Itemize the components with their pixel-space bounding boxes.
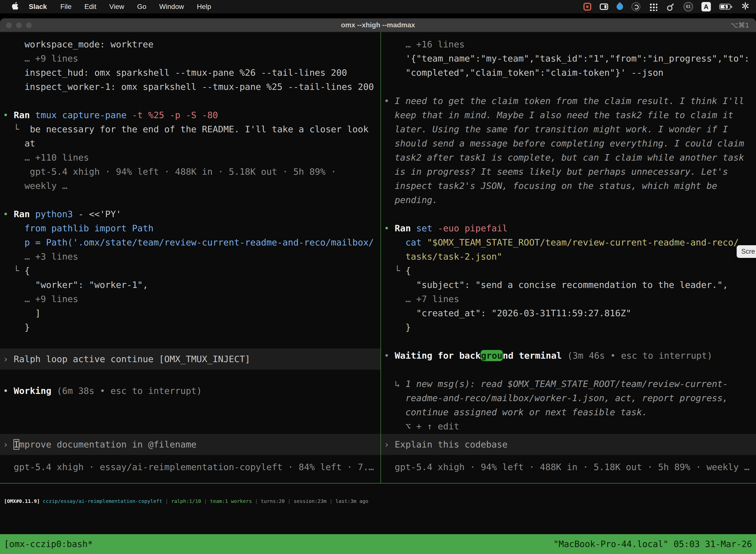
terminal-line: pending.: [381, 193, 756, 207]
raindrop-icon[interactable]: [615, 2, 625, 11]
terminal-line: continue assigned work or next feasible …: [381, 405, 756, 419]
omx-status-line: [OMX#0.11.9] cczip/essay/ai-reimplementa…: [0, 484, 756, 534]
terminal-line: readme-and-reco/mailbox/worker-1.json, a…: [381, 391, 756, 405]
terminal-line: should send a message before completing …: [381, 136, 756, 151]
menu-file[interactable]: File: [54, 3, 78, 11]
terminal-line: • Ran python3 - <<'PY': [0, 207, 380, 221]
window-shortcut-hint: ⌥⌘1: [730, 21, 749, 29]
apple-icon: [12, 2, 18, 12]
pane-bottom-area: › Explain this codebasegpt-5.4 xhigh · 9…: [381, 434, 756, 474]
terminal-line: inspect_worker-1: omx sparkshell --tmux-…: [0, 80, 380, 94]
app-menu-slack[interactable]: Slack: [22, 3, 54, 11]
omx-version: [OMX#0.11.9]: [4, 498, 40, 504]
tmux-session-name[interactable]: [omx-cczip0:bash*: [4, 539, 93, 549]
terminal-line: └ {: [381, 264, 756, 278]
dots-grid-icon[interactable]: [649, 2, 657, 11]
pane-bottom-area: › Improve documentation in @filenamegpt-…: [0, 434, 380, 474]
terminal-line: gpt-5.4 xhigh · essay/ai-reimplementatio…: [0, 460, 380, 474]
terminal-blank-line: [381, 334, 756, 348]
terminal-line: "worker": "worker-1",: [0, 278, 380, 292]
terminal-blank-line: [0, 370, 380, 384]
tmux-status-bar: [omx-cczip0:bash* "MacBook-Pro-44.local"…: [0, 534, 756, 554]
suggestion-bar[interactable]: › Improve documentation in @filename: [0, 434, 380, 455]
menu-bar: Slack File Edit View Go Window Help 61 A: [0, 0, 756, 13]
terminal-line: ⌥ + ↑ edit: [381, 419, 756, 433]
dark-app-icon[interactable]: [631, 2, 640, 11]
terminal-pane-left[interactable]: workspace_mode: worktree… +9 linesinspec…: [0, 32, 381, 483]
terminal-line: └ be necessary for the end of the README…: [0, 122, 380, 136]
terminal-line: ↳ 1 new msg(s): read $OMX_TEAM_STATE_ROO…: [381, 377, 756, 391]
suggestion-bar[interactable]: › Ralph loop active continue [OMX_TMUX_I…: [0, 348, 380, 370]
omx-project-path: cczip/essay/ai-reimplementation-copyleft: [43, 498, 163, 504]
terminal-line: }: [0, 320, 380, 334]
minimize-button[interactable]: [16, 22, 22, 28]
fan-icon[interactable]: [741, 2, 750, 12]
terminal-line: later. Using the same for transition mig…: [381, 122, 756, 136]
window-title: omx --xhigh --madmax: [341, 21, 415, 29]
apple-menu[interactable]: [8, 2, 22, 12]
zoom-button[interactable]: [26, 22, 32, 28]
key-icon[interactable]: [664, 0, 677, 13]
window-titlebar[interactable]: omx --xhigh --madmax ⌥⌘1: [0, 18, 756, 32]
terminal-line: keep that in mind. Maybe I also need the…: [381, 108, 756, 122]
menu-help[interactable]: Help: [190, 3, 218, 11]
terminal-blank-line: [381, 207, 756, 221]
terminal-line: … +110 lines: [0, 151, 380, 165]
terminal-line: • Ran tmux capture-pane -t %25 -p -S -80: [0, 108, 380, 122]
terminal-line: • I need to get the claim token from the…: [381, 94, 756, 108]
terminal-line: • Ran set -euo pipefail: [381, 221, 756, 235]
terminal-blank-line: [0, 334, 380, 348]
badge-61-icon[interactable]: 61: [684, 2, 693, 11]
terminal-line: "created_at": "2026-03-31T11:59:27.816Z": [381, 306, 756, 320]
terminal-line: from pathlib import Path: [0, 221, 380, 235]
terminal-blank-line: [381, 363, 756, 377]
terminal-blank-line: [381, 80, 756, 94]
terminal-line: └ {: [0, 264, 380, 278]
suggestion-bar[interactable]: › Explain this codebase: [381, 434, 756, 455]
menu-bar-status-area: 61 A: [583, 2, 750, 12]
traffic-lights: [6, 22, 32, 28]
tmux-panes: workspace_mode: worktree… +9 linesinspec…: [0, 32, 756, 484]
battery-icon[interactable]: [719, 4, 731, 10]
terminal-blank-line: [0, 94, 380, 108]
terminal-line: at: [0, 136, 380, 151]
terminal-line: workspace_mode: worktree: [0, 37, 380, 51]
terminal-line: "completed","claim_token":"claim-token"}…: [381, 65, 756, 80]
screen: Slack File Edit View Go Window Help 61 A: [0, 0, 756, 554]
omx-turns: turns:20: [261, 498, 285, 504]
menu-view[interactable]: View: [103, 3, 131, 11]
terminal-line: p = Path('.omx/state/team/review-current…: [0, 235, 380, 250]
tmux-host-clock: "MacBook-Pro-44.local" 05:03 31-Mar-26: [553, 539, 752, 549]
terminal-line: }: [381, 320, 756, 334]
omx-ralph-counter: ralph:1/10: [171, 498, 201, 504]
menu-window[interactable]: Window: [153, 3, 190, 11]
screen-recording-indicator-icon[interactable]: [583, 3, 591, 11]
terminal-line: cat "$OMX_TEAM_STATE_ROOT/team/review-cu…: [381, 235, 756, 250]
terminal-line: … +16 lines: [381, 37, 756, 51]
screenshot-tooltip[interactable]: Scre: [737, 245, 756, 258]
terminal-pane-right[interactable]: … +16 lines'{"team_name":"my-team","task…: [381, 32, 756, 483]
terminal-line: is in progress? It seems likely but perh…: [381, 165, 756, 179]
terminal-line: … +9 lines: [0, 292, 380, 306]
terminal-line: ]: [0, 306, 380, 320]
input-source-icon[interactable]: A: [701, 2, 711, 11]
omx-session-time: session:23m: [294, 498, 326, 504]
omx-team-workers: team:1 workers: [210, 498, 252, 504]
menu-go[interactable]: Go: [131, 3, 153, 11]
terminal-line: … +7 lines: [381, 292, 756, 306]
terminal-line: gpt-5.4 xhigh · 94% left · 488K in · 5.1…: [381, 460, 756, 474]
terminal-line: … +3 lines: [0, 250, 380, 264]
terminal-line: tasks/task-2.json": [381, 250, 756, 264]
terminal-line: weekly …: [0, 179, 380, 193]
terminal-line: '{"team_name":"my-team","task_id":"1","f…: [381, 51, 756, 65]
terminal-line: task2 after task1 is complete, but can I…: [381, 151, 756, 165]
menu-edit[interactable]: Edit: [78, 3, 103, 11]
terminal-line: • Working (6m 38s • esc to interrupt): [0, 384, 380, 398]
close-button[interactable]: [6, 22, 12, 28]
terminal-line: "subject": "send a concise recommendatio…: [381, 278, 756, 292]
terminal-line: gpt-5.4 xhigh · 94% left · 488K in · 5.1…: [0, 165, 380, 179]
terminal-line: inspect_hud: omx sparkshell --tmux-pane …: [0, 65, 380, 80]
window-tiling-icon[interactable]: [600, 3, 608, 10]
terminal-line: inspect task2's JSON, focusing on the st…: [381, 179, 756, 193]
terminal-line: … +9 lines: [0, 51, 380, 65]
